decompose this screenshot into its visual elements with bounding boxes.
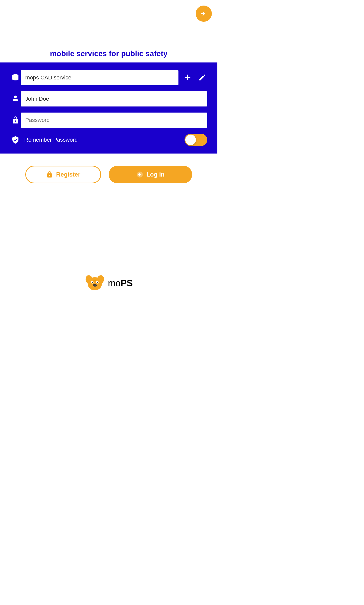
svg-point-12 bbox=[93, 284, 97, 287]
svg-point-11 bbox=[97, 282, 98, 283]
service-input[interactable] bbox=[21, 70, 178, 85]
footer-ps-text: PS bbox=[121, 278, 133, 288]
login-form-panel: Remember Password bbox=[0, 62, 217, 154]
login-label: Log in bbox=[146, 171, 165, 178]
top-login-icon bbox=[199, 9, 208, 18]
register-button[interactable]: Register bbox=[25, 166, 101, 183]
edit-icon bbox=[198, 73, 206, 81]
register-label: Register bbox=[56, 171, 80, 178]
user-icon-wrap bbox=[10, 95, 21, 103]
plus-icon bbox=[184, 73, 192, 81]
action-buttons-row: Register Log in bbox=[0, 166, 217, 183]
svg-point-7 bbox=[88, 277, 102, 290]
remember-password-label: Remember Password bbox=[24, 137, 185, 143]
username-row bbox=[10, 91, 207, 106]
top-login-button[interactable] bbox=[196, 6, 212, 22]
remember-password-row: Remember Password bbox=[10, 134, 207, 146]
svg-point-13 bbox=[93, 285, 95, 286]
service-row bbox=[10, 70, 207, 85]
login-button[interactable]: Log in bbox=[109, 166, 192, 183]
remember-password-toggle[interactable] bbox=[185, 134, 207, 146]
database-icon-wrap bbox=[10, 74, 21, 82]
shield-icon-wrap bbox=[10, 136, 21, 144]
shield-check-icon bbox=[11, 136, 19, 144]
user-icon bbox=[11, 95, 19, 103]
footer-logo-text: moPS bbox=[108, 278, 133, 289]
footer-mo-text: mo bbox=[108, 278, 121, 288]
mops-dog-icon bbox=[85, 274, 105, 292]
svg-point-10 bbox=[92, 282, 93, 283]
login-btn-icon bbox=[136, 171, 143, 178]
username-input[interactable] bbox=[21, 91, 207, 106]
password-row bbox=[10, 113, 207, 128]
lock-icon-wrap bbox=[10, 116, 21, 124]
service-actions bbox=[183, 72, 207, 83]
add-service-button[interactable] bbox=[183, 72, 193, 83]
page-subtitle: mobile services for public safety bbox=[45, 49, 172, 58]
password-input[interactable] bbox=[21, 113, 207, 128]
lock-icon bbox=[11, 116, 19, 124]
database-icon bbox=[11, 74, 19, 82]
register-lock-icon bbox=[46, 171, 53, 178]
footer-logo: moPS bbox=[85, 259, 133, 303]
edit-service-button[interactable] bbox=[197, 72, 207, 83]
toggle-thumb bbox=[185, 135, 196, 145]
svg-point-14 bbox=[95, 285, 96, 286]
